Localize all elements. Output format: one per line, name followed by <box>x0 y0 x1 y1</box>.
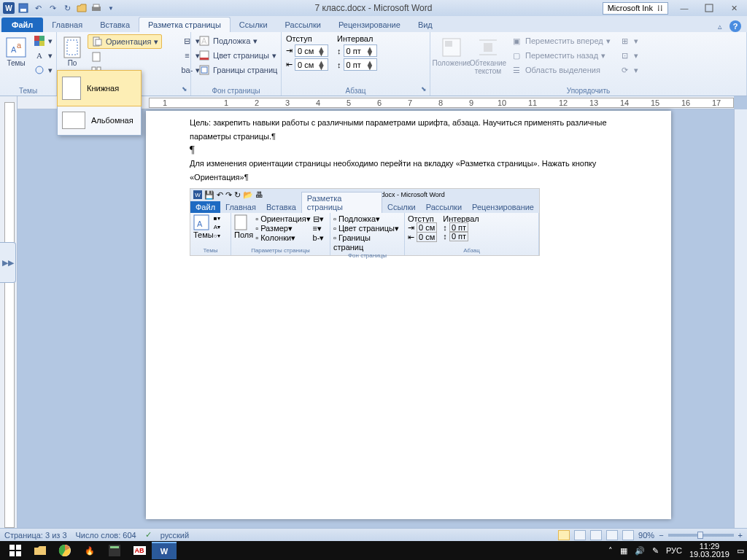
selection-pane-button[interactable]: ☰Область выделения <box>508 63 614 77</box>
network-icon[interactable]: ▦ <box>620 546 627 556</box>
navigation-handle[interactable]: ▶▶ <box>0 242 16 283</box>
spell-check-icon[interactable]: ✓ <box>145 530 152 540</box>
grid-icon: ⁞⁞ <box>657 4 663 13</box>
app-icon-2[interactable]: AB <box>127 542 152 559</box>
tab-view[interactable]: Вид <box>409 18 441 32</box>
orientation-portrait-item[interactable]: Книжная <box>57 70 142 106</box>
zoom-slider[interactable] <box>668 534 734 537</box>
file-explorer-icon[interactable] <box>28 542 53 559</box>
group-button[interactable]: ⊡▾ <box>616 49 641 62</box>
help-icon[interactable]: ? <box>729 20 741 32</box>
refresh-icon[interactable]: ↻ <box>61 2 73 14</box>
page-setup-launcher[interactable]: ⬊ <box>180 85 189 94</box>
size-button[interactable] <box>88 50 162 63</box>
tab-references[interactable]: Ссылки <box>231 18 276 32</box>
draft-view[interactable] <box>622 530 634 540</box>
redo-icon[interactable]: ↷ <box>47 2 58 14</box>
themes-button[interactable]: Aa Темы <box>4 34 28 86</box>
word-taskbar-icon[interactable]: W <box>152 542 177 559</box>
embedded-screenshot: W 💾↶↷↻📂🖶 7 класс.docx - Microsoft Word Ф… <box>190 188 540 256</box>
calculator-icon[interactable] <box>102 542 127 559</box>
send-backward-button[interactable]: ▢Переместить назад ▾ <box>508 49 614 62</box>
indent-right-field[interactable]: ⇤0 см▲▼ <box>286 58 328 71</box>
save-icon[interactable] <box>18 2 29 14</box>
web-layout-view[interactable] <box>590 530 602 540</box>
status-words[interactable]: Число слов: 604 <box>76 531 136 540</box>
theme-effects-button[interactable]: ▾ <box>31 63 55 77</box>
clock[interactable]: 11:2919.03.2019 <box>689 542 729 559</box>
svg-rect-1 <box>20 9 26 12</box>
close-button[interactable]: ✕ <box>725 2 743 14</box>
app-icon-1[interactable]: 🔥 <box>77 542 102 559</box>
paragraph-launcher[interactable]: ⬊ <box>419 85 428 94</box>
indent-header: Отступ <box>286 34 328 43</box>
zoom-out-button[interactable]: − <box>659 531 663 540</box>
page-borders-button[interactable]: Границы страниц <box>196 63 280 77</box>
zoom-value[interactable]: 90% <box>638 531 654 540</box>
send-backward-label: Переместить назад <box>525 51 598 60</box>
theme-colors-button[interactable]: ▾ <box>31 34 55 47</box>
print-layout-view[interactable] <box>558 530 570 540</box>
spacing-after-field[interactable]: ↕0 пт▲▼ <box>337 58 377 71</box>
undo-icon[interactable]: ↶ <box>32 2 44 14</box>
svg-rect-35 <box>16 545 21 550</box>
themes-label: Темы <box>7 59 25 67</box>
emb-l: 0 см <box>417 222 437 233</box>
tab-review[interactable]: Рецензирование <box>330 18 409 32</box>
page-color-button[interactable]: Цвет страницы ▾ <box>196 49 280 62</box>
outline-view[interactable] <box>606 530 618 540</box>
orientation-button[interactable]: Ориентация ▾ <box>88 34 162 49</box>
language-indicator[interactable]: РУС <box>666 546 682 555</box>
empty-para <box>190 143 627 156</box>
tray-up-icon[interactable]: ˄ <box>608 546 613 556</box>
pen-icon[interactable]: ✎ <box>652 546 659 556</box>
status-page[interactable]: Страница: 3 из 3 <box>4 531 67 540</box>
emb-tab-mail: Рассылки <box>421 201 467 213</box>
orientation-landscape-item[interactable]: Альбомная <box>58 106 141 135</box>
svg-rect-8 <box>34 36 39 41</box>
themes-icon: Aa <box>4 36 28 59</box>
selection-pane-icon: ☰ <box>511 64 522 76</box>
vertical-ruler[interactable] <box>0 96 18 528</box>
minimize-ribbon-icon[interactable]: ▵ <box>718 22 722 31</box>
tab-mailings[interactable]: Рассылки <box>276 18 330 32</box>
full-screen-view[interactable] <box>574 530 586 540</box>
vertical-scrollbar[interactable] <box>734 109 747 528</box>
document-page[interactable]: Цель: закрепить навыки работы с различны… <box>146 111 671 519</box>
theme-fonts-button[interactable]: A▾ <box>31 49 55 62</box>
bring-forward-button[interactable]: ▣Переместить вперед ▾ <box>508 34 614 47</box>
svg-rect-36 <box>9 551 15 556</box>
emb-undo-icon: ↶ <box>217 190 223 200</box>
wrap-label: Обтекание текстом <box>470 59 506 75</box>
zoom-in-button[interactable]: + <box>738 531 743 540</box>
group-themes-label: Темы <box>4 86 52 96</box>
align-button[interactable]: ⊞▾ <box>616 34 641 47</box>
start-button[interactable] <box>3 542 28 559</box>
word-icon[interactable]: W <box>3 2 15 14</box>
spacing-after-value: 0 пт <box>347 61 361 69</box>
minimize-button[interactable]: — <box>676 2 693 14</box>
wrap-text-button[interactable]: Обтекание текстом <box>471 34 505 86</box>
tab-home[interactable]: Главная <box>43 18 91 32</box>
indent-left-field[interactable]: ⇥0 см▲▼ <box>286 44 328 57</box>
margins-label: По <box>68 59 77 67</box>
tab-insert[interactable]: Вставка <box>91 18 139 32</box>
chrome-icon[interactable] <box>53 542 77 559</box>
status-language[interactable]: русский <box>160 531 189 540</box>
action-center-icon[interactable]: ▭ <box>737 546 744 556</box>
tab-page-layout[interactable]: Разметка страницы <box>139 17 231 32</box>
svg-rect-17 <box>93 52 100 61</box>
quick-print-icon[interactable] <box>90 2 102 14</box>
volume-icon[interactable]: 🔊 <box>635 546 645 556</box>
emb-orient: Ориентация <box>260 214 306 223</box>
maximize-button[interactable] <box>700 2 718 14</box>
ms-ink-button[interactable]: Microsoft Ink⁞⁞ <box>603 2 668 15</box>
spacing-before-field[interactable]: ↕0 пт▲▼ <box>337 44 377 57</box>
tab-file[interactable]: Файл <box>1 18 43 32</box>
open-icon[interactable] <box>76 2 88 14</box>
position-button[interactable]: Положение <box>435 34 468 86</box>
qat-dropdown-icon[interactable]: ▼ <box>105 2 117 14</box>
ms-ink-label: Microsoft Ink <box>608 4 653 12</box>
rotate-button[interactable]: ⟳▾ <box>616 63 641 77</box>
watermark-button[interactable]: AПодложка ▾ <box>196 34 280 47</box>
